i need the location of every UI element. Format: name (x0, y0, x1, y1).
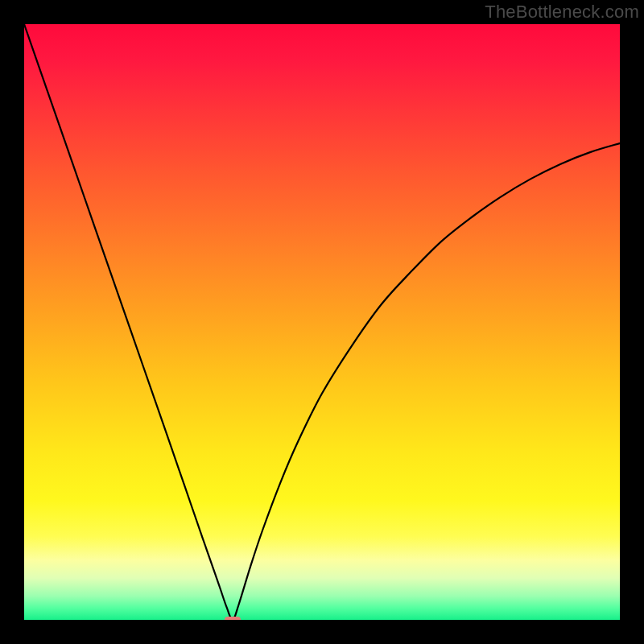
min-marker (225, 617, 240, 620)
plot-area (24, 24, 620, 620)
chart-frame: TheBottleneck.com (0, 0, 644, 644)
bottleneck-curve (24, 24, 620, 620)
watermark-text: TheBottleneck.com (485, 2, 639, 23)
